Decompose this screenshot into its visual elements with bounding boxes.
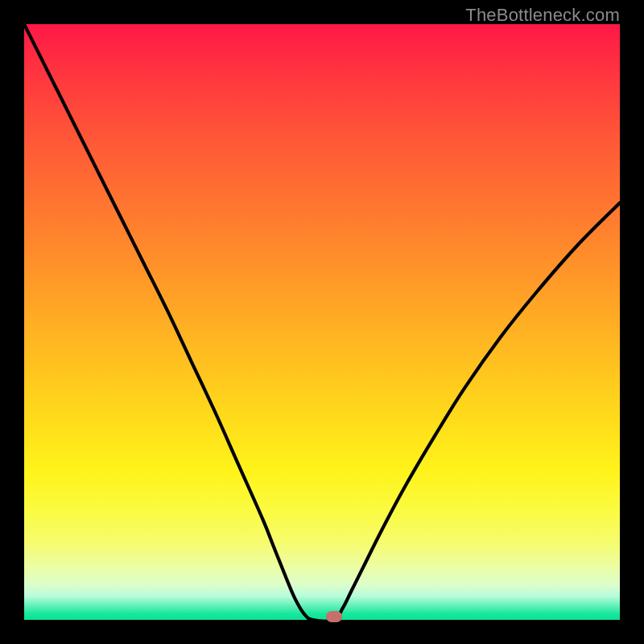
watermark-text: TheBottleneck.com bbox=[465, 5, 620, 26]
plot-area bbox=[24, 24, 620, 620]
vertex-marker bbox=[326, 611, 342, 622]
chart-frame: TheBottleneck.com bbox=[0, 0, 644, 644]
bottleneck-curve bbox=[24, 24, 620, 620]
